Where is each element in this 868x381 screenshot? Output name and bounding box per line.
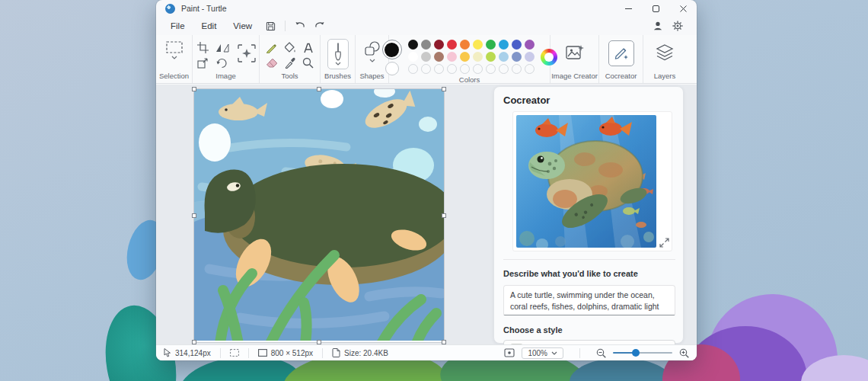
canvas-drawing-turtle-scene — [194, 89, 444, 341]
eraser-icon[interactable] — [266, 58, 278, 68]
fit-to-screen-icon[interactable] — [504, 348, 515, 357]
color-swatch[interactable] — [512, 40, 522, 50]
empty-color-slot[interactable] — [525, 64, 535, 74]
selection-handle[interactable] — [442, 213, 446, 218]
brushes-group[interactable]: Brushes — [321, 35, 356, 83]
empty-color-slot[interactable] — [486, 64, 496, 74]
group-label: Selection — [159, 72, 189, 83]
magnifier-icon[interactable] — [302, 57, 314, 69]
image-creator-icon — [565, 43, 585, 63]
color-swatch[interactable] — [447, 52, 457, 62]
title-bar[interactable]: Paint - Turtle — [156, 0, 697, 17]
color-swatch[interactable] — [460, 52, 470, 62]
expand-icon — [659, 238, 669, 248]
canvas-size-indicator: 800 × 512px — [258, 349, 313, 357]
crop-icon[interactable] — [197, 42, 209, 53]
menu-file[interactable]: File — [162, 19, 193, 33]
selection-handle[interactable] — [442, 87, 446, 91]
zoom-slider-thumb[interactable] — [632, 349, 640, 357]
cocreator-group[interactable]: Cocreator — [599, 35, 643, 83]
color-swatch[interactable] — [421, 52, 431, 62]
color-swatch[interactable] — [512, 52, 522, 62]
image-group: Image — [193, 35, 260, 83]
zoom-level-dropdown[interactable]: 100% — [522, 347, 563, 359]
empty-color-slot[interactable] — [512, 64, 522, 74]
color-swatch[interactable] — [499, 40, 509, 50]
menu-edit[interactable]: Edit — [193, 19, 225, 33]
status-separator — [220, 348, 221, 358]
gear-icon — [672, 21, 683, 31]
menu-view[interactable]: View — [225, 19, 260, 33]
generated-turtle-image[interactable] — [516, 115, 656, 248]
color-swatch[interactable] — [421, 40, 431, 50]
expand-image-button[interactable] — [659, 238, 669, 248]
save-button[interactable] — [260, 18, 280, 34]
flip-icon[interactable] — [215, 43, 230, 53]
layers-group[interactable]: Layers — [643, 35, 686, 83]
image-creator-group[interactable]: Image Creator — [550, 35, 599, 83]
zoom-in-icon[interactable] — [679, 348, 689, 358]
background-removal-icon[interactable] — [237, 43, 257, 63]
prompt-input[interactable]: A cute turtle, swimming under the ocean,… — [503, 285, 675, 315]
color2-swatch[interactable] — [385, 62, 399, 75]
selection-handle[interactable] — [317, 340, 321, 344]
chevron-down-icon — [369, 59, 375, 62]
text-tool-icon[interactable] — [303, 43, 314, 53]
selection-handle[interactable] — [317, 87, 321, 91]
maximize-icon — [653, 5, 659, 12]
chevron-down-icon — [335, 62, 341, 66]
empty-color-slot[interactable] — [473, 64, 483, 74]
color1-swatch[interactable] — [382, 40, 402, 59]
drawing-canvas[interactable] — [194, 89, 444, 342]
file-size-indicator: Size: 20.4KB — [332, 348, 388, 357]
fill-icon[interactable] — [284, 42, 296, 53]
color-swatch[interactable] — [408, 40, 418, 50]
selection-handle[interactable] — [192, 340, 196, 344]
color-swatch[interactable] — [434, 40, 444, 50]
color-swatch[interactable] — [434, 52, 444, 62]
undo-button[interactable] — [290, 18, 310, 34]
empty-color-slot[interactable] — [499, 64, 509, 74]
wallpaper-petal — [570, 358, 672, 381]
maximize-button[interactable] — [642, 0, 669, 17]
eyedropper-icon[interactable] — [285, 57, 295, 69]
workspace: Cocreator — [156, 85, 697, 344]
empty-color-slot[interactable] — [421, 64, 431, 74]
empty-color-slot[interactable] — [408, 64, 418, 74]
rotate-icon[interactable] — [216, 58, 229, 69]
empty-color-slot[interactable] — [460, 64, 470, 74]
zoom-out-icon[interactable] — [596, 348, 606, 358]
canvas-size-value: 800 × 512px — [271, 349, 313, 357]
selection-handle[interactable] — [192, 87, 196, 91]
color-swatch[interactable] — [473, 52, 483, 62]
color-swatch[interactable] — [473, 40, 483, 50]
color-swatch[interactable] — [525, 40, 535, 50]
color-swatch[interactable] — [486, 40, 496, 50]
resize-icon[interactable] — [197, 57, 209, 69]
color-swatch[interactable] — [460, 40, 470, 50]
palette-row-1 — [408, 40, 535, 50]
pencil-icon[interactable] — [266, 42, 277, 53]
selection-handle[interactable] — [192, 213, 196, 218]
minimize-button[interactable] — [614, 0, 642, 17]
selection-group[interactable]: Selection — [156, 35, 193, 83]
group-label: Layers — [654, 72, 676, 83]
redo-button[interactable] — [310, 18, 330, 34]
color-swatch[interactable] — [486, 52, 496, 62]
canvas-size-icon — [258, 349, 267, 357]
menu-separator — [285, 21, 286, 31]
close-button[interactable] — [669, 0, 697, 17]
color-swatch[interactable] — [447, 40, 457, 50]
redo-icon — [314, 21, 325, 30]
account-button[interactable] — [653, 21, 663, 31]
color-swatch[interactable] — [408, 52, 418, 62]
empty-color-slot[interactable] — [434, 64, 444, 74]
settings-button[interactable] — [672, 21, 683, 31]
empty-color-slot[interactable] — [447, 64, 457, 74]
zoom-slider[interactable] — [613, 349, 672, 357]
group-label: Tools — [281, 72, 298, 83]
file-size-value: Size: 20.4KB — [344, 349, 388, 357]
color-swatch[interactable] — [525, 52, 535, 62]
color-swatch[interactable] — [499, 52, 509, 62]
selection-handle[interactable] — [442, 340, 446, 344]
